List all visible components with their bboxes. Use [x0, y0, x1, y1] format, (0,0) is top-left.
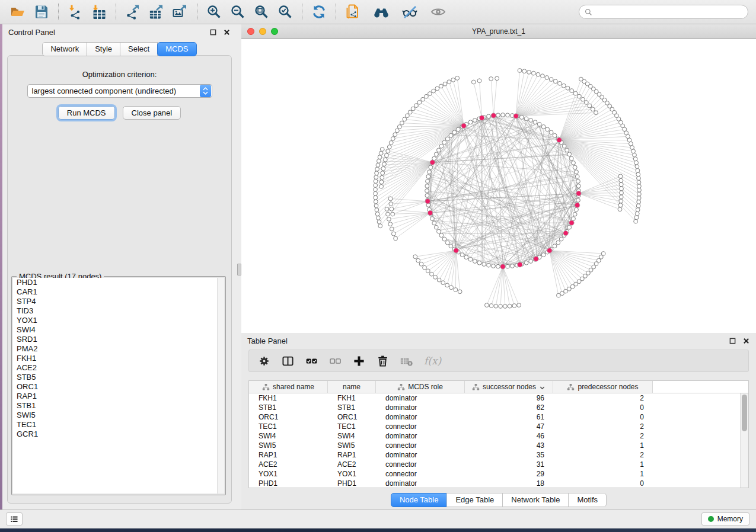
network-node[interactable] [594, 111, 598, 115]
table-row[interactable]: FKH1FKH1dominator962 [249, 393, 748, 403]
network-node[interactable] [518, 69, 522, 73]
network-node[interactable] [464, 255, 468, 259]
close-table-panel-button[interactable] [742, 336, 750, 345]
network-node[interactable] [375, 208, 379, 212]
network-node[interactable] [487, 263, 491, 267]
mcds-node[interactable] [569, 220, 574, 225]
network-node[interactable] [460, 253, 464, 257]
network-node[interactable] [433, 275, 438, 279]
network-node[interactable] [557, 293, 561, 297]
network-node[interactable] [374, 191, 378, 196]
tab-edge-table[interactable]: Edge Table [446, 493, 503, 507]
network-node[interactable] [428, 92, 432, 96]
network-node[interactable] [565, 148, 569, 152]
network-node[interactable] [442, 237, 446, 241]
network-node[interactable] [375, 212, 379, 216]
network-node[interactable] [406, 114, 410, 118]
search-input[interactable] [596, 7, 743, 17]
network-node[interactable] [637, 200, 641, 204]
network-node[interactable] [455, 76, 460, 81]
network-node[interactable] [383, 158, 387, 162]
network-node[interactable] [419, 262, 423, 266]
network-node[interactable] [417, 100, 422, 104]
column-header-shared-name[interactable]: shared name [249, 381, 328, 393]
network-node[interactable] [380, 148, 384, 152]
network-node[interactable] [388, 222, 393, 226]
splitter-handle-icon[interactable] [237, 264, 241, 275]
table-row[interactable]: TEC1TEC1connector472 [249, 422, 748, 431]
split-view-button[interactable] [282, 355, 294, 367]
mcds-node[interactable] [575, 203, 579, 207]
mcds-node[interactable] [518, 262, 522, 267]
deselect-all-button[interactable] [329, 355, 342, 367]
network-node[interactable] [549, 130, 553, 134]
network-node[interactable] [489, 77, 493, 81]
network-node[interactable] [637, 188, 642, 193]
network-node[interactable] [437, 229, 441, 233]
network-node[interactable] [449, 244, 453, 248]
network-node[interactable] [567, 152, 572, 156]
network-node[interactable] [485, 303, 489, 307]
network-node[interactable] [537, 122, 541, 126]
network-node[interactable] [517, 303, 521, 307]
network-node[interactable] [426, 175, 430, 179]
table-scrollbar[interactable] [740, 393, 748, 488]
network-node[interactable] [576, 198, 580, 203]
network-node[interactable] [449, 133, 453, 137]
mcds-result-item[interactable]: GCR1 [13, 430, 224, 439]
select-all-button[interactable] [305, 355, 318, 367]
network-node[interactable] [441, 281, 445, 285]
mcds-node[interactable] [534, 257, 538, 261]
network-node[interactable] [619, 199, 623, 203]
network-node[interactable] [413, 255, 417, 259]
network-node[interactable] [382, 162, 387, 166]
open-session-button[interactable] [8, 2, 27, 21]
new-network-from-selection-button[interactable] [343, 2, 362, 21]
network-node[interactable] [511, 264, 515, 268]
export-image-button[interactable] [171, 2, 190, 21]
import-table-button[interactable] [90, 2, 109, 21]
mcds-node[interactable] [576, 191, 581, 196]
network-node[interactable] [524, 261, 528, 265]
network-node[interactable] [567, 225, 572, 229]
network-node[interactable] [533, 120, 537, 124]
run-mcds-button[interactable]: Run MCDS [58, 106, 115, 120]
network-node[interactable] [541, 125, 546, 129]
network-node[interactable] [508, 304, 512, 308]
network-node[interactable] [449, 286, 454, 290]
column-header-predecessor-nodes[interactable]: predecessor nodes [553, 381, 653, 393]
network-node[interactable] [541, 253, 546, 257]
float-table-panel-button[interactable] [728, 336, 736, 345]
mcds-node[interactable] [461, 123, 466, 128]
network-node[interactable] [522, 69, 527, 73]
network-node[interactable] [496, 113, 500, 117]
network-node[interactable] [473, 259, 477, 264]
network-node[interactable] [487, 114, 491, 118]
find-button[interactable] [372, 2, 391, 21]
network-node[interactable] [553, 133, 557, 137]
network-node[interactable] [573, 91, 578, 95]
network-node[interactable] [636, 208, 640, 212]
network-node[interactable] [426, 269, 430, 273]
network-node[interactable] [556, 241, 560, 245]
network-node[interactable] [434, 225, 438, 229]
network-node[interactable] [636, 172, 640, 177]
network-node[interactable] [633, 153, 637, 157]
network-node[interactable] [619, 182, 623, 187]
network-node[interactable] [575, 207, 579, 211]
network-node[interactable] [620, 191, 624, 195]
network-node[interactable] [387, 145, 391, 149]
network-node[interactable] [428, 170, 432, 174]
zoom-selected-button[interactable] [276, 2, 295, 21]
zoom-fit-button[interactable] [252, 2, 271, 21]
tab-motifs[interactable]: Motifs [568, 493, 607, 507]
mcds-result-item[interactable]: TID3 [13, 306, 224, 316]
mcds-result-item[interactable]: ORC1 [13, 382, 224, 392]
network-node[interactable] [379, 180, 384, 184]
network-node[interactable] [566, 86, 570, 90]
network-node[interactable] [435, 86, 439, 91]
network-node[interactable] [558, 81, 562, 85]
network-node[interactable] [503, 305, 508, 309]
network-node[interactable] [524, 117, 528, 121]
table-row[interactable]: YOX1YOX1connector291 [249, 469, 748, 479]
